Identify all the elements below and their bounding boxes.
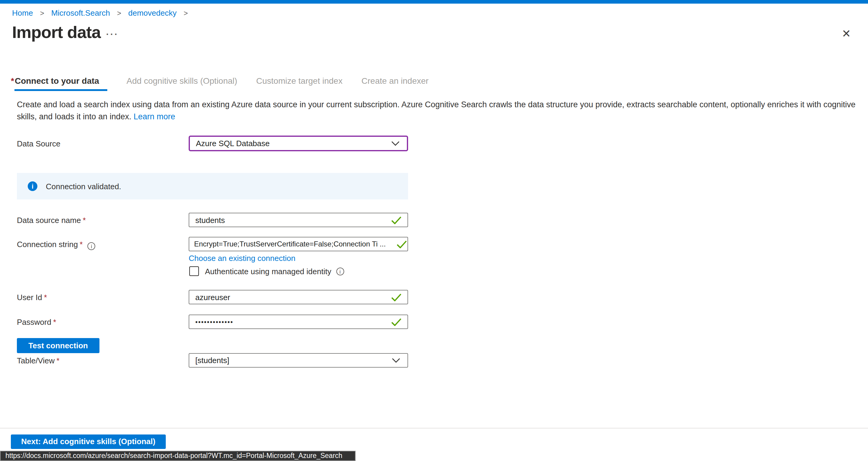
required-marker: * [44,293,47,302]
choose-existing-connection: Choose an existing connection [189,254,296,263]
test-connection-button[interactable]: Test connection [17,338,99,353]
wizard-tabs: *Connect to your data Add cognitive skil… [11,76,445,91]
password-input[interactable] [189,315,407,329]
required-marker: * [83,216,86,225]
breadcrumb-demovedecky[interactable]: demovedecky [128,8,177,18]
managed-identity-checkbox[interactable] [189,266,199,276]
table-view-dropdown[interactable]: [students] [189,353,408,368]
user-id-label: User Id* [17,293,47,302]
next-add-cognitive-skills-button[interactable]: Next: Add cognitive skills (Optional) [11,434,166,449]
blade-description: Create and load a search index using dat… [17,99,856,122]
required-marker: * [80,240,83,249]
connection-string-label: Connection string*i [17,240,95,250]
required-marker: * [11,76,14,86]
context-menu-button[interactable]: ··· [106,29,119,39]
breadcrumb-home[interactable]: Home [12,8,33,18]
learn-more-link[interactable]: Learn more [133,112,175,121]
data-source-dropdown[interactable]: Azure SQL Database [189,135,408,151]
user-id-field-wrap [189,290,408,304]
managed-identity-label: Authenticate using managed identity [205,267,331,276]
password-label: Password* [17,317,56,327]
tab-customize-target-index[interactable]: Customize target index [256,76,342,91]
required-marker: * [53,317,56,327]
data-source-name-label: Data source name* [17,216,86,225]
table-view-label: Table/View* [17,356,59,365]
valid-checkmark-icon [391,318,401,326]
import-data-blade: Home > Microsoft.Search > demovedecky > … [0,0,868,461]
data-source-value: Azure SQL Database [196,139,270,148]
table-view-value: [students] [195,356,229,365]
chevron-right-icon: > [40,9,44,18]
chevron-down-icon [392,358,400,363]
data-source-name-input[interactable] [189,213,407,226]
connection-string-field-wrap [189,237,408,251]
close-icon[interactable]: ✕ [839,27,854,41]
choose-existing-connection-link[interactable]: Choose an existing connection [189,254,296,263]
data-source-name-field-wrap [189,213,408,227]
valid-checkmark-icon [391,294,401,301]
chevron-right-icon: > [117,9,121,18]
footer-divider [0,428,868,428]
required-marker: * [56,356,59,365]
chevron-down-icon [391,141,400,146]
info-icon[interactable]: i [336,267,344,275]
banner-message: Connection validated. [46,182,121,191]
tab-connect-to-your-data[interactable]: *Connect to your data [11,76,107,91]
managed-identity-row: Authenticate using managed identity i [189,266,344,276]
data-source-label: Data Source [17,139,61,148]
valid-checkmark-icon [397,241,407,248]
connection-validated-banner: i Connection validated. [17,173,408,199]
password-field-wrap [189,314,408,329]
user-id-input[interactable] [189,290,407,304]
info-icon[interactable]: i [87,242,95,250]
portal-top-accent-bar [0,0,868,4]
connection-string-input[interactable] [189,238,407,251]
tab-add-cognitive-skills[interactable]: Add cognitive skills (Optional) [127,76,237,91]
chevron-right-icon: > [184,9,188,18]
breadcrumb: Home > Microsoft.Search > demovedecky > [12,8,193,18]
status-url-bar: https://docs.microsoft.com/azure/search/… [0,451,355,461]
valid-checkmark-icon [391,216,401,224]
page-title: Import data [12,23,101,42]
tab-create-an-indexer[interactable]: Create an indexer [361,76,429,91]
info-icon: i [28,181,37,191]
breadcrumb-microsoft-search[interactable]: Microsoft.Search [51,8,110,18]
